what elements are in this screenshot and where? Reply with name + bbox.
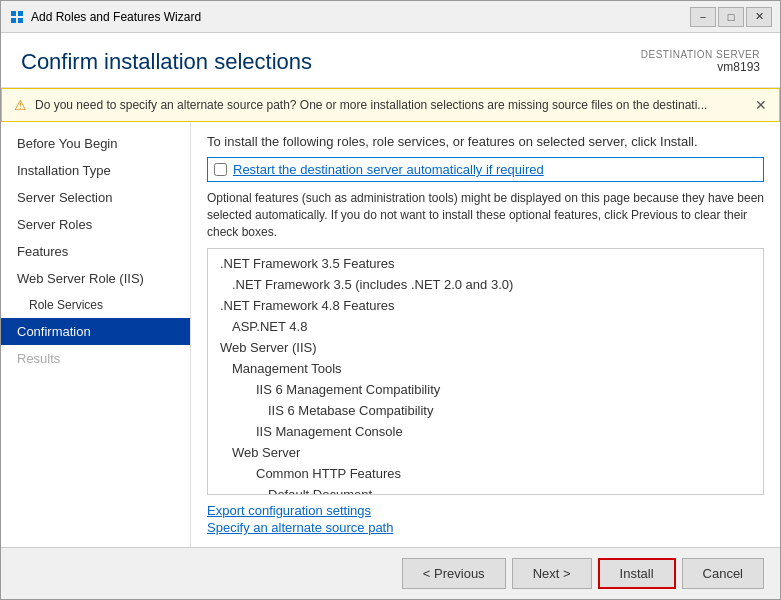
header: Confirm installation selections DESTINAT… bbox=[1, 33, 780, 88]
sidebar-item-confirmation[interactable]: Confirmation bbox=[1, 318, 190, 345]
instruction-text: To install the following roles, role ser… bbox=[207, 134, 764, 149]
install-button[interactable]: Install bbox=[598, 558, 676, 589]
restart-checkbox-label[interactable]: Restart the destination server automatic… bbox=[233, 162, 544, 177]
maximize-button[interactable]: □ bbox=[718, 7, 744, 27]
restart-checkbox[interactable] bbox=[214, 163, 227, 176]
title-bar: Add Roles and Features Wizard − □ ✕ bbox=[1, 1, 780, 33]
restart-checkbox-row: Restart the destination server automatic… bbox=[207, 157, 764, 182]
alternate-source-link[interactable]: Specify an alternate source path bbox=[207, 520, 764, 535]
list-item: Default Document bbox=[208, 484, 763, 495]
export-config-link[interactable]: Export configuration settings bbox=[207, 503, 764, 518]
sidebar-item-features[interactable]: Features bbox=[1, 238, 190, 265]
destination-label: DESTINATION SERVER bbox=[641, 49, 760, 60]
footer: < Previous Next > Install Cancel bbox=[1, 547, 780, 599]
sidebar-item-role-services[interactable]: Role Services bbox=[1, 292, 190, 318]
list-item: .NET Framework 3.5 (includes .NET 2.0 an… bbox=[208, 274, 763, 295]
close-button[interactable]: ✕ bbox=[746, 7, 772, 27]
svg-rect-0 bbox=[11, 11, 16, 16]
list-item: Web Server (IIS) bbox=[208, 337, 763, 358]
title-bar-text: Add Roles and Features Wizard bbox=[31, 10, 690, 24]
next-button[interactable]: Next > bbox=[512, 558, 592, 589]
sidebar-item-results: Results bbox=[1, 345, 190, 372]
page-title: Confirm installation selections bbox=[21, 49, 312, 75]
alert-bar: ⚠ Do you need to specify an alternate so… bbox=[1, 88, 780, 122]
list-item: IIS 6 Management Compatibility bbox=[208, 379, 763, 400]
sidebar-item-server-selection[interactable]: Server Selection bbox=[1, 184, 190, 211]
main-content: To install the following roles, role ser… bbox=[191, 122, 780, 547]
sidebar: Before You Begin Installation Type Serve… bbox=[1, 122, 191, 547]
svg-rect-3 bbox=[18, 18, 23, 23]
sidebar-item-before-you-begin[interactable]: Before You Begin bbox=[1, 130, 190, 157]
list-item: Web Server bbox=[208, 442, 763, 463]
list-item: IIS 6 Metabase Compatibility bbox=[208, 400, 763, 421]
list-item: Management Tools bbox=[208, 358, 763, 379]
main-window: Add Roles and Features Wizard − □ ✕ Conf… bbox=[0, 0, 781, 600]
sidebar-item-installation-type[interactable]: Installation Type bbox=[1, 157, 190, 184]
list-item: Common HTTP Features bbox=[208, 463, 763, 484]
content-area: Confirm installation selections DESTINAT… bbox=[1, 33, 780, 599]
minimize-button[interactable]: − bbox=[690, 7, 716, 27]
list-item: .NET Framework 4.8 Features bbox=[208, 295, 763, 316]
server-name: vm8193 bbox=[641, 60, 760, 74]
alert-text: Do you need to specify an alternate sour… bbox=[35, 98, 707, 112]
app-icon bbox=[9, 9, 25, 25]
optional-text: Optional features (such as administratio… bbox=[207, 190, 764, 240]
features-list: .NET Framework 3.5 Features .NET Framewo… bbox=[208, 249, 763, 495]
svg-rect-2 bbox=[11, 18, 16, 23]
features-list-container[interactable]: .NET Framework 3.5 Features .NET Framewo… bbox=[207, 248, 764, 495]
window-controls: − □ ✕ bbox=[690, 7, 772, 27]
sidebar-item-server-roles[interactable]: Server Roles bbox=[1, 211, 190, 238]
alert-icon: ⚠ bbox=[14, 97, 27, 113]
main-body: Before You Begin Installation Type Serve… bbox=[1, 122, 780, 547]
alert-close-button[interactable]: ✕ bbox=[755, 97, 767, 113]
previous-button[interactable]: < Previous bbox=[402, 558, 506, 589]
list-item: IIS Management Console bbox=[208, 421, 763, 442]
links-section: Export configuration settings Specify an… bbox=[207, 503, 764, 535]
destination-server: DESTINATION SERVER vm8193 bbox=[641, 49, 760, 74]
list-item: ASP.NET 4.8 bbox=[208, 316, 763, 337]
sidebar-item-web-server-role[interactable]: Web Server Role (IIS) bbox=[1, 265, 190, 292]
list-item: .NET Framework 3.5 Features bbox=[208, 253, 763, 274]
cancel-button[interactable]: Cancel bbox=[682, 558, 764, 589]
svg-rect-1 bbox=[18, 11, 23, 16]
